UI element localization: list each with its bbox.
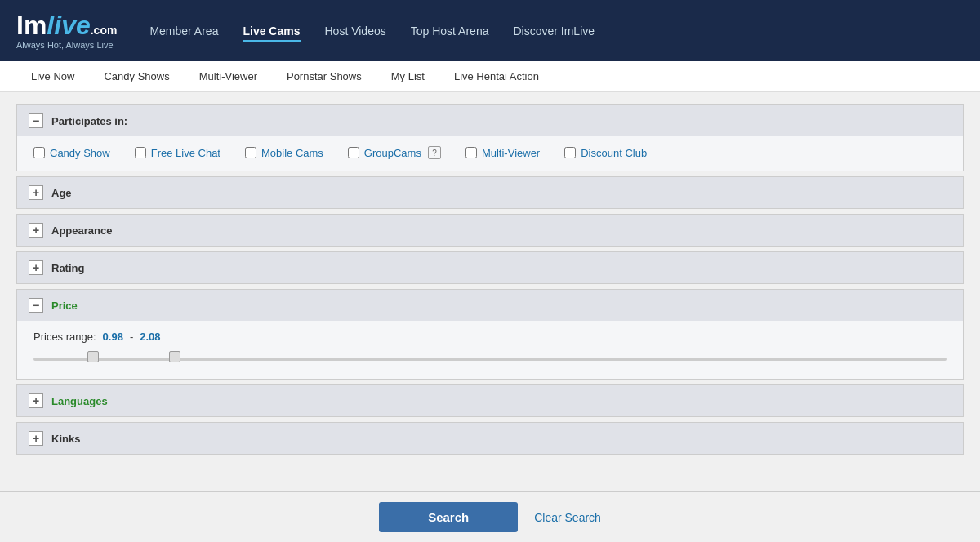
nav-top-host-arena[interactable]: Top Host Arena — [411, 20, 489, 42]
sub-nav: Live Now Candy Shows Multi-Viewer Pornst… — [0, 61, 980, 92]
main-nav: Member Area Live Cams Host Videos Top Ho… — [149, 20, 595, 42]
age-title: Age — [51, 187, 72, 199]
filter-participates-in-header[interactable]: − Participates in: — [17, 105, 963, 136]
languages-title: Languages — [51, 395, 108, 407]
content: − Participates in: Candy Show Free Live … — [0, 92, 980, 472]
checkbox-candy-show: Candy Show — [33, 146, 110, 159]
filter-appearance-header[interactable]: + Appearance — [17, 215, 963, 246]
checkbox-mobile-cams: Mobile Cams — [245, 146, 323, 159]
candy-show-checkbox[interactable] — [33, 147, 45, 158]
free-live-chat-label[interactable]: Free Live Chat — [151, 147, 220, 159]
filter-participates-in: − Participates in: Candy Show Free Live … — [16, 104, 964, 171]
price-range-row: Prices range: 0.98 - 2.08 — [33, 331, 947, 343]
logo-dotcom: .com — [91, 24, 118, 37]
price-min-value: 0.98 — [103, 331, 123, 343]
candy-show-label[interactable]: Candy Show — [50, 147, 110, 159]
free-live-chat-checkbox[interactable] — [135, 147, 146, 158]
rating-title: Rating — [51, 262, 84, 274]
multi-viewer-checkbox[interactable] — [466, 147, 477, 158]
nav-discover-imlive[interactable]: Discover ImLive — [513, 20, 595, 42]
groupcams-help-icon[interactable]: ? — [428, 146, 441, 159]
appearance-title: Appearance — [51, 224, 112, 237]
filter-participates-in-body: Candy Show Free Live Chat Mobile Cams Gr… — [17, 136, 963, 171]
filter-rating-header[interactable]: + Rating — [17, 252, 963, 283]
groupcams-checkbox[interactable] — [348, 147, 359, 158]
price-separator: - — [130, 331, 133, 343]
subnav-pornstar-shows[interactable]: Pornstar Shows — [272, 61, 376, 92]
filter-kinks-header[interactable]: + Kinks — [17, 423, 963, 454]
tagline: Always Hot, Always Live — [16, 40, 117, 50]
expand-age-icon[interactable]: + — [29, 185, 43, 200]
expand-appearance-icon[interactable]: + — [29, 223, 43, 238]
filter-age-header[interactable]: + Age — [17, 177, 963, 208]
nav-member-area[interactable]: Member Area — [149, 20, 218, 42]
checkbox-discount-club: Discount Club — [564, 146, 647, 159]
checkbox-row: Candy Show Free Live Chat Mobile Cams Gr… — [33, 146, 947, 159]
subnav-live-now[interactable]: Live Now — [16, 61, 89, 92]
logo-area: Imlive.com Always Hot, Always Live — [16, 12, 117, 50]
discount-club-checkbox[interactable] — [564, 147, 576, 158]
mobile-cams-checkbox[interactable] — [245, 147, 256, 158]
checkbox-groupcams: GroupCams ? — [348, 146, 441, 159]
filter-kinks: + Kinks — [16, 422, 964, 455]
logo-live: live — [47, 11, 90, 40]
kinks-title: Kinks — [51, 433, 80, 445]
price-max-value: 2.08 — [140, 331, 160, 343]
price-title: Price — [51, 300, 78, 312]
collapse-icon[interactable]: − — [29, 113, 43, 128]
subnav-candy-shows[interactable]: Candy Shows — [89, 61, 184, 92]
header: Imlive.com Always Hot, Always Live Membe… — [0, 0, 980, 61]
filter-languages-header[interactable]: + Languages — [17, 385, 963, 416]
filter-languages: + Languages — [16, 384, 964, 417]
price-slider-container — [33, 351, 947, 367]
expand-rating-icon[interactable]: + — [29, 260, 43, 275]
filter-rating: + Rating — [16, 251, 964, 284]
collapse-price-icon[interactable]: − — [29, 298, 43, 313]
logo: Imlive.com — [16, 12, 117, 38]
expand-languages-icon[interactable]: + — [29, 393, 43, 408]
mobile-cams-label[interactable]: Mobile Cams — [261, 147, 323, 159]
filter-price-body: Prices range: 0.98 - 2.08 — [17, 321, 963, 379]
expand-kinks-icon[interactable]: + — [29, 431, 43, 446]
subnav-my-list[interactable]: My List — [376, 61, 439, 92]
subnav-multi-viewer[interactable]: Multi-Viewer — [185, 61, 272, 92]
nav-live-cams[interactable]: Live Cams — [243, 20, 300, 42]
filter-appearance: + Appearance — [16, 214, 964, 247]
participates-in-title: Participates in: — [51, 115, 127, 127]
checkbox-free-live-chat: Free Live Chat — [135, 146, 220, 159]
filter-price-header[interactable]: − Price — [17, 290, 963, 321]
checkbox-multi-viewer: Multi-Viewer — [466, 146, 540, 159]
nav-host-videos[interactable]: Host Videos — [325, 20, 386, 42]
discount-club-label[interactable]: Discount Club — [581, 147, 647, 159]
filter-age: + Age — [16, 176, 964, 209]
filter-price: − Price Prices range: 0.98 - 2.08 — [16, 289, 964, 380]
price-range-label: Prices range: — [33, 331, 96, 343]
groupcams-label[interactable]: GroupCams — [364, 147, 421, 159]
subnav-live-hentai-action[interactable]: Live Hentai Action — [439, 61, 554, 92]
logo-im: Im — [16, 11, 47, 40]
multi-viewer-label[interactable]: Multi-Viewer — [482, 147, 540, 159]
